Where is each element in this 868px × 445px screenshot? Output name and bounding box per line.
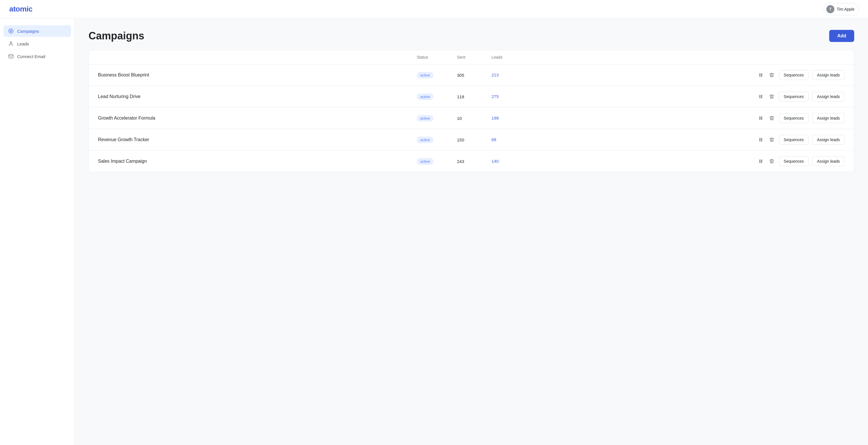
sent-count: 305 [457, 73, 492, 78]
status-badge: active [417, 72, 433, 79]
svg-point-0 [9, 29, 13, 33]
table-body: Business Boost Blueprint active 305 213 [89, 64, 854, 172]
sidebar-item-campaigns-label: Campaigns [17, 29, 39, 34]
svg-point-1 [10, 30, 12, 32]
delete-button[interactable] [768, 71, 775, 79]
assign-leads-button[interactable]: Assign leads [812, 70, 845, 80]
user-name: Tim Apple [837, 7, 855, 11]
row-actions: Sequences Assign leads [526, 92, 845, 101]
sidebar-item-leads-label: Leads [17, 41, 29, 46]
status-cell: active [417, 93, 457, 100]
status-badge: active [417, 93, 433, 100]
sidebar-item-campaigns[interactable]: Campaigns [3, 25, 71, 37]
status-badge: active [417, 137, 433, 143]
sent-count: 10 [457, 116, 492, 121]
campaign-name: Growth Accelerator Formula [98, 116, 417, 121]
delete-button[interactable] [768, 157, 775, 165]
delete-button[interactable] [768, 114, 775, 122]
assign-leads-button[interactable]: Assign leads [812, 156, 845, 166]
sequences-button[interactable]: Sequences [779, 156, 809, 166]
sidebar-item-connect-email[interactable]: Connect Email [3, 51, 71, 62]
leads-cell: 213 [492, 72, 526, 78]
campaigns-table: Status Sent Leads Business Boost Bluepri… [89, 50, 854, 172]
pause-button[interactable] [757, 136, 765, 144]
leads-link[interactable]: 140 [492, 159, 499, 164]
sent-count: 243 [457, 159, 492, 164]
pause-button[interactable] [757, 114, 765, 122]
table-row: Revenue Growth Tracker active 150 68 [89, 129, 854, 151]
main-content: Campaigns Add Status Sent Leads Business… [75, 19, 868, 445]
svg-rect-10 [761, 138, 762, 142]
col-actions [526, 55, 845, 60]
delete-button[interactable] [768, 93, 775, 100]
col-status: Status [417, 55, 457, 60]
table-row: Sales Impact Campaign active 243 140 [89, 151, 854, 172]
table-row: Business Boost Blueprint active 305 213 [89, 64, 854, 86]
leads-cell: 68 [492, 137, 526, 142]
svg-rect-7 [760, 116, 760, 120]
svg-rect-12 [761, 159, 762, 163]
svg-point-2 [10, 42, 12, 43]
sequences-button[interactable]: Sequences [779, 70, 809, 80]
email-icon [8, 54, 14, 59]
campaign-name: Sales Impact Campaign [98, 159, 417, 164]
topbar: atomic T Tim Apple [0, 0, 868, 19]
status-cell: active [417, 115, 457, 122]
campaigns-icon [8, 28, 14, 34]
sequences-button[interactable]: Sequences [779, 135, 809, 145]
add-campaign-button[interactable]: Add [829, 30, 854, 42]
leads-cell: 140 [492, 159, 526, 164]
sidebar-item-connect-email-label: Connect Email [17, 54, 45, 59]
leads-link[interactable]: 198 [492, 116, 499, 120]
assign-leads-button[interactable]: Assign leads [812, 92, 845, 101]
sidebar: Campaigns Leads Connect Email [0, 19, 75, 445]
status-cell: active [417, 158, 457, 165]
col-leads: Leads [492, 55, 526, 60]
leads-icon [8, 41, 14, 47]
assign-leads-button[interactable]: Assign leads [812, 135, 845, 145]
user-menu[interactable]: T Tim Apple [824, 3, 859, 15]
pause-button[interactable] [757, 157, 765, 165]
page-header: Campaigns Add [89, 30, 854, 42]
status-cell: active [417, 72, 457, 79]
leads-cell: 198 [492, 116, 526, 121]
delete-button[interactable] [768, 136, 775, 144]
campaign-name: Lead Nurturing Drive [98, 94, 417, 99]
app-logo: atomic [9, 5, 32, 13]
svg-rect-5 [760, 95, 760, 98]
table-row: Lead Nurturing Drive active 118 275 [89, 86, 854, 108]
table-row: Growth Accelerator Formula active 10 198 [89, 108, 854, 129]
page-title: Campaigns [89, 30, 144, 42]
sent-count: 150 [457, 138, 492, 142]
assign-leads-button[interactable]: Assign leads [812, 113, 845, 123]
leads-cell: 275 [492, 94, 526, 99]
pause-button[interactable] [757, 71, 765, 79]
status-cell: active [417, 137, 457, 143]
campaign-name: Business Boost Blueprint [98, 72, 417, 78]
status-badge: active [417, 115, 433, 122]
avatar: T [826, 5, 834, 13]
row-actions: Sequences Assign leads [526, 156, 845, 166]
layout: Campaigns Leads Connect Email [0, 19, 868, 445]
status-badge: active [417, 158, 433, 165]
table-header: Status Sent Leads [89, 50, 854, 64]
leads-link[interactable]: 213 [492, 72, 499, 77]
svg-rect-4 [761, 73, 762, 77]
sequences-button[interactable]: Sequences [779, 113, 809, 123]
svg-rect-8 [761, 116, 762, 120]
svg-rect-9 [760, 138, 760, 142]
sequences-button[interactable]: Sequences [779, 92, 809, 101]
svg-rect-6 [761, 95, 762, 98]
leads-link[interactable]: 68 [492, 137, 496, 142]
sent-count: 118 [457, 94, 492, 99]
sidebar-item-leads[interactable]: Leads [3, 38, 71, 50]
row-actions: Sequences Assign leads [526, 70, 845, 80]
row-actions: Sequences Assign leads [526, 135, 845, 145]
pause-button[interactable] [757, 93, 765, 100]
campaign-name: Revenue Growth Tracker [98, 137, 417, 142]
col-name [98, 55, 417, 60]
col-sent: Sent [457, 55, 492, 60]
leads-link[interactable]: 275 [492, 94, 499, 99]
svg-rect-11 [760, 159, 760, 163]
row-actions: Sequences Assign leads [526, 113, 845, 123]
